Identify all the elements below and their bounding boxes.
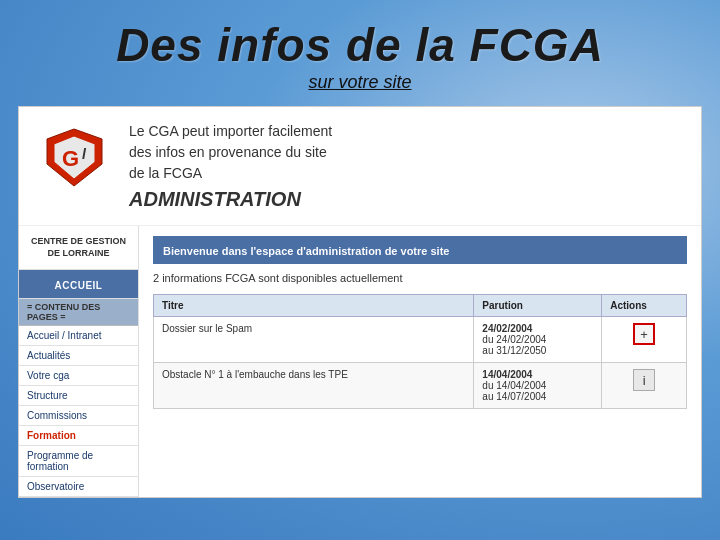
titre-cell-2: Obstacle N° 1 à l'embauche dans les TPE bbox=[154, 363, 474, 409]
parution-cell-2: 14/04/2004 du 14/04/2004 au 14/07/2004 bbox=[474, 363, 602, 409]
sidebar-item-programme-formation[interactable]: Programme de formation bbox=[19, 446, 138, 477]
col-header-actions: Actions bbox=[602, 295, 687, 317]
sidebar-item-formation[interactable]: Formation bbox=[19, 426, 138, 446]
sidebar-item-actualites[interactable]: Actualités bbox=[19, 346, 138, 366]
info-text: Le CGA peut importer facilement des info… bbox=[129, 121, 681, 184]
page-subtitle: sur votre site bbox=[30, 72, 690, 93]
page-title: Des infos de la FCGA bbox=[30, 18, 690, 72]
table-row: Obstacle N° 1 à l'embauche dans les TPE … bbox=[154, 363, 687, 409]
svg-text:G: G bbox=[62, 146, 79, 171]
sidebar: CENTRE DE GESTION DE LORRAINE ACCUEIL = … bbox=[19, 226, 139, 497]
contenu-header: = CONTENU DES PAGES = bbox=[19, 299, 138, 326]
admin-label: ADMINISTRATION bbox=[129, 188, 681, 211]
action-cell-1: + bbox=[602, 317, 687, 363]
table-header-row: Titre Parution Actions bbox=[154, 295, 687, 317]
sidebar-item-observatoire[interactable]: Observatoire bbox=[19, 477, 138, 497]
nav-accueil-button[interactable]: ACCUEIL bbox=[19, 270, 138, 299]
sidebar-logo-text: CENTRE DE GESTION DE LORRAINE bbox=[29, 236, 128, 259]
parution-cell-1: 24/02/2004 du 24/02/2004 au 31/12/2050 bbox=[474, 317, 602, 363]
titre-cell-1: Dossier sur le Spam bbox=[154, 317, 474, 363]
content-body: CENTRE DE GESTION DE LORRAINE ACCUEIL = … bbox=[19, 226, 701, 497]
info-bar: G l Le CGA peut importer facilement des … bbox=[19, 107, 701, 226]
sidebar-logo-area: CENTRE DE GESTION DE LORRAINE bbox=[19, 226, 138, 270]
sidebar-item-commissions[interactable]: Commissions bbox=[19, 406, 138, 426]
col-header-titre: Titre bbox=[154, 295, 474, 317]
info-count: 2 informations FCGA sont disponibles act… bbox=[153, 270, 687, 286]
header: Des infos de la FCGA sur votre site bbox=[0, 0, 720, 101]
action-button-2[interactable]: i bbox=[633, 369, 655, 391]
action-button-1[interactable]: + bbox=[633, 323, 655, 345]
main-area: Bienvenue dans l'espace d'administration… bbox=[139, 226, 701, 497]
nav-items-list: Accueil / Intranet Actualités Votre cga … bbox=[19, 326, 138, 497]
welcome-text: Bienvenue dans l'espace d'administration… bbox=[163, 245, 449, 257]
welcome-bar: Bienvenue dans l'espace d'administration… bbox=[153, 236, 687, 264]
main-content-box: G l Le CGA peut importer facilement des … bbox=[18, 106, 702, 498]
action-cell-2: i bbox=[602, 363, 687, 409]
cga-logo: G l bbox=[42, 124, 107, 189]
info-text-area: Le CGA peut importer facilement des info… bbox=[129, 121, 681, 211]
logo-area: G l bbox=[39, 121, 109, 191]
col-header-parution: Parution bbox=[474, 295, 602, 317]
table-row: Dossier sur le Spam 24/02/2004 du 24/02/… bbox=[154, 317, 687, 363]
sidebar-item-votre-cga[interactable]: Votre cga bbox=[19, 366, 138, 386]
sidebar-item-accueil-intranet[interactable]: Accueil / Intranet bbox=[19, 326, 138, 346]
info-table: Titre Parution Actions Dossier sur le Sp… bbox=[153, 294, 687, 409]
sidebar-item-structure[interactable]: Structure bbox=[19, 386, 138, 406]
